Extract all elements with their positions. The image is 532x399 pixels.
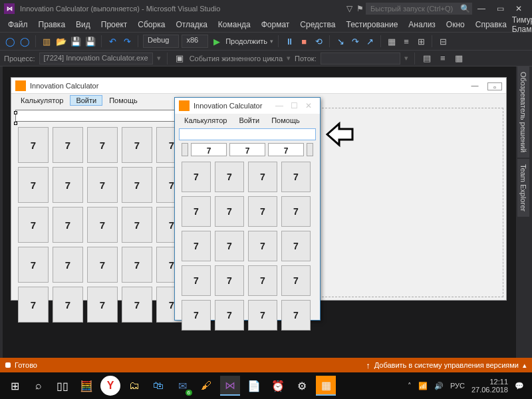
taskbar-app-doc[interactable]: 📄 [244,376,264,396]
new-project-icon[interactable]: ▥ [41,35,53,47]
run-minimize-icon[interactable]: — [272,101,287,110]
run-calc-button[interactable]: 7 [281,162,311,192]
designer-calc-button[interactable]: 7 [18,127,49,163]
grid-icon[interactable]: ▦ [386,35,398,47]
run-calc-button[interactable]: 7 [182,300,211,331]
form-maximize-icon[interactable]: ▫ [487,82,502,90]
task-view-icon[interactable]: ▯▯ [53,376,72,396]
minimize-button[interactable]: — [472,2,491,15]
close-button[interactable]: ✕ [509,2,528,15]
menu-debug[interactable]: Отладка [170,19,212,31]
step-out-icon[interactable]: ↗ [364,35,376,47]
process-dropdown[interactable]: [7224] Innovation Calculator.exe [39,53,153,65]
designer-calc-button[interactable]: 7 [87,167,118,203]
cloud-up-icon[interactable]: ↑ [366,360,370,370]
tray-clock[interactable]: 12:11 27.06.2018 [471,378,508,394]
menu-build[interactable]: Сборка [132,19,170,31]
run-calc-button[interactable]: 7 [215,231,244,261]
run-calc-button[interactable]: 7 [182,196,211,227]
nav-fwd-icon[interactable]: ◯ [19,35,31,47]
form-menu-help[interactable]: Помощь [104,96,143,105]
restart-icon[interactable]: ⟲ [313,35,325,47]
designer-calc-button[interactable]: 7 [122,247,152,283]
selection-handle[interactable] [14,122,17,125]
designer-calc-button[interactable]: 7 [18,207,49,243]
form-minimize-icon[interactable]: — [467,81,482,90]
designer-calc-button[interactable]: 7 [87,247,118,283]
align-icon[interactable]: ≡ [400,35,412,47]
tray-volume-icon[interactable]: 🔊 [434,382,444,390]
user-name-label[interactable]: Тимур Бламыков [512,15,532,34]
designer-calc-button[interactable]: 7 [122,167,152,203]
quick-launch-input[interactable] [366,3,472,15]
run-seg-1[interactable]: 7 [191,143,227,156]
tray-notifications-icon[interactable]: 💬 [515,382,524,390]
run-seg-3[interactable]: 7 [268,143,304,156]
continue-button[interactable]: Продолжить [225,37,267,45]
tray-chevron-icon[interactable]: ˄ [408,382,412,390]
open-icon[interactable]: 📂 [55,35,67,47]
taskbar-app-vs[interactable]: ⋈ [220,376,240,396]
taskbar-app-innovation-calc[interactable]: ▦ [316,376,336,396]
run-textbox[interactable] [179,128,316,140]
menu-view[interactable]: Вид [70,19,96,31]
pause-icon[interactable]: ⏸ [283,35,295,47]
solution-explorer-tab[interactable]: Обозреватель решений [517,66,529,158]
designer-calc-button[interactable]: 7 [53,127,83,163]
menu-help[interactable]: Справка [470,19,512,31]
step-over-icon[interactable]: ↷ [349,35,361,47]
save-icon[interactable]: 💾 [70,35,82,47]
designer-calc-button[interactable]: 7 [18,247,49,283]
taskbar-app-mail[interactable]: ✉6 [172,376,192,396]
designer-calc-button[interactable]: 7 [53,247,83,283]
run-seg[interactable] [307,143,313,156]
menu-window[interactable]: Окно [441,19,470,31]
taskbar-app-settings[interactable]: ⚙ [292,376,312,396]
menu-edit[interactable]: Правка [33,19,71,31]
tray-network-icon[interactable]: 📶 [418,382,428,390]
run-calc-button[interactable]: 7 [215,196,244,227]
run-calc-button[interactable]: 7 [215,300,244,331]
save-all-icon[interactable]: 💾 [84,35,96,47]
run-menu-help[interactable]: Помощь [266,116,305,125]
menu-file[interactable]: Файл [3,19,33,31]
run-calc-button[interactable]: 7 [248,300,277,331]
taskbar-app-store[interactable]: 🛍 [148,376,168,396]
taskbar-app-paint[interactable]: 🖌 [196,376,216,396]
taskbar-app-yandex[interactable]: Y [100,376,120,396]
run-calc-button[interactable]: 7 [248,231,277,261]
run-close-icon[interactable]: ✕ [301,101,316,110]
modules-icon[interactable]: ▦ [453,53,465,65]
undo-icon[interactable]: ↶ [106,35,118,47]
run-menu-calculator[interactable]: Калькулятор [179,116,232,125]
config-dropdown[interactable]: Debug [143,35,179,48]
run-calc-button[interactable]: 7 [281,265,311,296]
thread-dropdown[interactable] [321,53,400,65]
continue-icon[interactable]: ▶ [211,35,223,47]
search-icon[interactable]: 🔍 [460,4,470,13]
run-calc-button[interactable]: 7 [215,162,244,192]
search-task-icon[interactable]: ⌕ [29,376,49,396]
run-calc-button[interactable]: 7 [182,265,211,296]
nav-back-icon[interactable]: ◯ [4,35,16,47]
chevron-up-icon[interactable]: ▴ [523,361,527,370]
stack-frame-icon[interactable]: ▤ [421,53,433,65]
designer-calc-button[interactable]: 7 [122,127,152,163]
run-calc-button[interactable]: 7 [281,231,311,261]
source-control-button[interactable]: Добавить в систему управления версиями [374,361,519,369]
run-calc-button[interactable]: 7 [182,162,211,192]
form-menu-login[interactable]: Войти [70,95,102,106]
run-calc-button[interactable]: 7 [182,231,211,261]
run-calc-button[interactable]: 7 [281,196,311,227]
designer-calc-button[interactable]: 7 [87,127,118,163]
menu-format[interactable]: Формат [256,19,295,31]
designer-calc-button[interactable]: 7 [53,167,83,203]
run-seg[interactable] [182,143,188,156]
restore-button[interactable]: ▭ [491,2,509,15]
notifications-icon[interactable]: ▽ [346,4,352,13]
taskbar-app-calc[interactable]: 🧮 [76,376,96,396]
selection-handle[interactable] [14,111,17,114]
designer-calc-button[interactable]: 7 [122,287,152,323]
stop-icon[interactable]: ■ [298,35,310,47]
designer-calc-button[interactable]: 7 [53,287,83,323]
